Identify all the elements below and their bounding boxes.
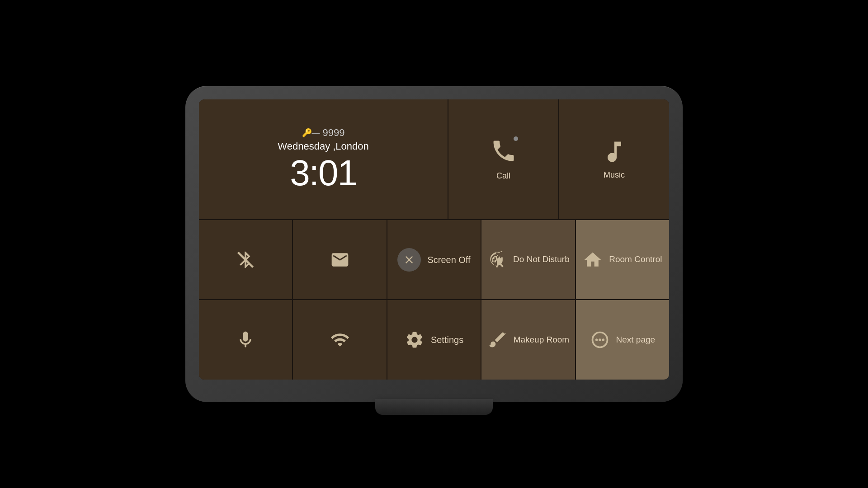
- call-label: Call: [496, 171, 510, 181]
- message-tile[interactable]: [293, 220, 386, 300]
- wifi-icon: [330, 330, 350, 350]
- do-not-disturb-icon: [487, 250, 507, 270]
- wifi-svg: [330, 330, 350, 350]
- call-icon: [490, 137, 517, 166]
- makeup-room-tile[interactable]: Makeup Room: [481, 300, 575, 380]
- clock-time: 3:01: [290, 155, 357, 191]
- music-tile[interactable]: Music: [559, 99, 669, 219]
- makeup-icon: [487, 330, 507, 350]
- bluetooth-svg: [236, 250, 255, 270]
- do-not-disturb-label: Do Not Disturb: [513, 254, 570, 265]
- phone-svg: [490, 137, 517, 164]
- bluetooth-tile[interactable]: [199, 220, 292, 300]
- mic-svg: [236, 330, 255, 350]
- do-not-disturb-tile[interactable]: Do Not Disturb: [481, 220, 575, 300]
- next-page-label: Next page: [616, 334, 656, 346]
- screen-off-tile[interactable]: Screen Off: [387, 220, 481, 300]
- row2: Screen Off Do Not Disturb: [199, 220, 669, 300]
- device-body: 🔑— 9999 Wednesday ,London 3:01: [185, 86, 683, 402]
- screen-off-icon-wrap: [397, 248, 421, 272]
- message-svg: [330, 250, 350, 270]
- microphone-tile[interactable]: [199, 300, 292, 380]
- key-icon: 🔑—: [302, 128, 320, 138]
- screen-off-label: Screen Off: [427, 254, 470, 266]
- message-icon: [330, 250, 350, 270]
- svg-point-4: [602, 338, 604, 341]
- makeup-room-label: Makeup Room: [514, 334, 570, 346]
- settings-tile[interactable]: Settings: [387, 300, 481, 380]
- room-number: 9999: [323, 127, 345, 139]
- row3: Settings Makeup Room: [199, 300, 669, 380]
- mic-icon: [236, 330, 255, 350]
- home-svg: [583, 250, 603, 270]
- screen-off-svg: [403, 253, 415, 266]
- next-page-tile[interactable]: Next page: [576, 300, 669, 380]
- dots-svg: [590, 330, 610, 350]
- device-stand: [375, 399, 493, 415]
- clock-date: Wednesday ,London: [278, 141, 368, 152]
- svg-point-2: [595, 338, 598, 341]
- music-label: Music: [604, 170, 625, 180]
- wifi-tile[interactable]: [293, 300, 386, 380]
- bottom-section: Screen Off Do Not Disturb: [199, 220, 669, 380]
- room-control-label: Room Control: [609, 254, 662, 265]
- settings-icon: [405, 330, 425, 350]
- gear-svg: [405, 330, 425, 350]
- bluetooth-icon: [236, 250, 255, 270]
- music-icon: [601, 138, 628, 165]
- svg-point-3: [599, 338, 601, 341]
- device: 🔑— 9999 Wednesday ,London 3:01: [185, 86, 683, 402]
- settings-label: Settings: [431, 334, 463, 346]
- music-svg: [601, 138, 628, 165]
- call-tile[interactable]: Call: [448, 99, 558, 219]
- next-page-icon: [590, 330, 610, 350]
- room-control-tile[interactable]: Room Control: [576, 220, 669, 300]
- room-control-icon: [583, 250, 603, 270]
- room-number-row: 🔑— 9999: [302, 127, 345, 139]
- screen: 🔑— 9999 Wednesday ,London 3:01: [199, 99, 669, 380]
- dnd-svg: [487, 250, 507, 270]
- top-row: 🔑— 9999 Wednesday ,London 3:01: [199, 99, 669, 219]
- clock-tile[interactable]: 🔑— 9999 Wednesday ,London 3:01: [199, 99, 448, 219]
- brush-svg: [487, 330, 507, 350]
